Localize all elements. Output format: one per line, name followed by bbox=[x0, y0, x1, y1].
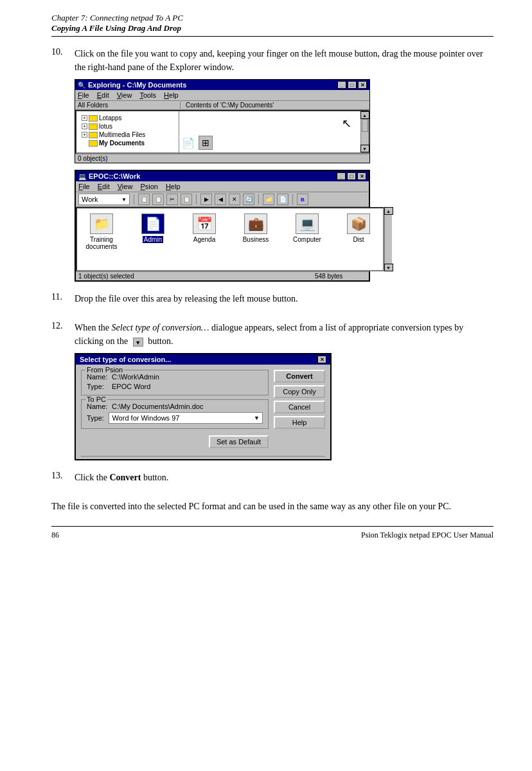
computer-label: Computer bbox=[293, 236, 321, 243]
menu-file[interactable]: File bbox=[78, 91, 89, 99]
multimedia-label: Multimedia Files bbox=[99, 131, 145, 138]
explorer-contents-label: Contents of 'C:\My Documents' bbox=[181, 102, 367, 109]
icon-agenda[interactable]: 📅 Agenda bbox=[185, 213, 224, 243]
explorer-scrollbar[interactable]: ▲ ▼ bbox=[360, 111, 368, 152]
epoc-menu-help[interactable]: Help bbox=[166, 183, 181, 190]
cancel-button[interactable]: Cancel bbox=[274, 401, 325, 413]
step-13-text-after: button. bbox=[141, 473, 168, 482]
dist-label: Dist bbox=[353, 236, 364, 243]
icon-training-docs[interactable]: 📁 Trainingdocuments bbox=[82, 213, 121, 250]
multimedia-folder-icon bbox=[89, 132, 98, 138]
dialog-divider bbox=[81, 456, 325, 457]
step-13-bold: Convert bbox=[109, 473, 141, 482]
icon-admin[interactable]: 📄 Admin bbox=[134, 213, 172, 243]
toolbar-btn-4[interactable]: 📋 bbox=[181, 194, 192, 205]
to-name-value: C:\My Documents\Admin.doc bbox=[112, 403, 203, 410]
close-button[interactable]: ✕ bbox=[358, 81, 367, 89]
epoc-menu-edit[interactable]: Edit bbox=[98, 183, 110, 190]
step-12-number: 12. bbox=[51, 321, 69, 460]
epoc-scroll-down[interactable]: ▼ bbox=[384, 264, 393, 271]
chapter-title: Chapter 7: Connecting netpad To A PC bbox=[51, 13, 493, 23]
toolbar-btn-10[interactable]: 📄 bbox=[277, 194, 288, 205]
icon-computer[interactable]: 💻 Computer bbox=[288, 213, 326, 243]
epoc-maximize-button[interactable]: □ bbox=[347, 172, 356, 180]
toolbar-btn-6[interactable]: ◀ bbox=[215, 194, 226, 205]
epoc-title-text: EPOC::C:\Work bbox=[89, 172, 140, 180]
menu-view[interactable]: View bbox=[117, 91, 132, 99]
page-header: Chapter 7: Connecting netpad To A PC Cop… bbox=[51, 13, 493, 37]
explorer-titlebar: 🔍 Exploring - C:\My Documents _ □ ✕ bbox=[75, 80, 369, 90]
set-default-button[interactable]: Set as Default bbox=[209, 435, 269, 448]
epoc-close-button[interactable]: ✕ bbox=[357, 172, 366, 180]
step-12: 12. When the Select type of conversion… … bbox=[51, 321, 493, 460]
epoc-scrollbar[interactable]: ▲ ▼ bbox=[384, 207, 392, 271]
mydocs-folder-icon bbox=[89, 140, 98, 147]
toolbar-btn-8[interactable]: 🔄 bbox=[243, 194, 254, 205]
from-type-field: Type: EPOC Word bbox=[87, 383, 263, 390]
copy-arrow-icon: ⊞ bbox=[199, 136, 213, 150]
folder-multimedia: + Multimedia Files bbox=[79, 131, 176, 139]
toolbar-btn-5[interactable]: ▶ bbox=[200, 194, 212, 205]
conversion-dialog: Select type of conversion... ✕ From Psio… bbox=[75, 353, 332, 460]
help-button[interactable]: Help bbox=[274, 416, 325, 429]
to-name-field: Name: C:\My Documents\Admin.doc bbox=[87, 403, 263, 410]
convert-button[interactable]: Convert bbox=[274, 370, 325, 383]
epoc-menu-file[interactable]: File bbox=[78, 183, 90, 190]
maximize-button[interactable]: □ bbox=[348, 81, 357, 89]
toolbar-btn-3[interactable]: ✂ bbox=[166, 194, 178, 205]
toolbar-btn-2[interactable]: 📋 bbox=[152, 194, 164, 205]
from-psion-label: From Psion bbox=[85, 366, 124, 374]
from-type-label: Type: bbox=[87, 383, 109, 390]
copy-only-button[interactable]: Copy Only bbox=[274, 385, 325, 398]
scroll-thumb[interactable] bbox=[362, 119, 368, 132]
menu-edit[interactable]: Edit bbox=[97, 91, 109, 99]
dropdown-arrow-inline-icon: ▼ bbox=[133, 338, 143, 347]
mydocs-label: My Documents bbox=[99, 140, 145, 147]
step-11-number: 11. bbox=[51, 292, 69, 311]
epoc-minimize-button[interactable]: _ bbox=[337, 172, 346, 180]
step-12-italic: Select type of conversion… bbox=[112, 323, 209, 332]
icon-business[interactable]: 💼 Business bbox=[236, 213, 275, 243]
lotapps-folder-icon bbox=[89, 115, 98, 122]
scroll-down-button[interactable]: ▼ bbox=[360, 145, 369, 152]
from-name-label: Name: bbox=[87, 373, 109, 381]
step-13-text: Click the Convert button. bbox=[75, 471, 493, 484]
lotapps-label: Lotapps bbox=[99, 114, 122, 122]
epoc-menu-view[interactable]: View bbox=[118, 183, 133, 190]
expand-multimedia-icon[interactable]: + bbox=[82, 132, 87, 138]
epoc-titlebar: 💻 EPOC::C:\Work _ □ ✕ bbox=[76, 171, 369, 181]
from-name-field: Name: C:\Work\Admin bbox=[87, 373, 263, 381]
business-label: Business bbox=[243, 236, 269, 243]
toolbar-btn-1[interactable]: 📋 bbox=[138, 194, 150, 205]
menu-help[interactable]: Help bbox=[164, 91, 179, 99]
epoc-statusbar: 1 object(s) selected 548 bytes bbox=[76, 271, 369, 280]
from-psion-group: From Psion Name: C:\Work\Admin Type: EPO… bbox=[81, 370, 269, 395]
icon-dist[interactable]: 📦 Dist bbox=[339, 213, 378, 243]
epoc-menu-psion[interactable]: Psion bbox=[140, 183, 158, 190]
dialog-titlebar: Select type of conversion... ✕ bbox=[76, 354, 330, 365]
explorer-window: 🔍 Exploring - C:\My Documents _ □ ✕ File… bbox=[75, 79, 370, 163]
epoc-window-container: 💻 EPOC::C:\Work _ □ ✕ File bbox=[75, 170, 370, 282]
computer-img: 💻 bbox=[296, 213, 319, 234]
expand-lotus-icon[interactable]: + bbox=[82, 123, 87, 129]
epoc-window: 💻 EPOC::C:\Work _ □ ✕ File bbox=[75, 170, 370, 282]
dialog-close-button[interactable]: ✕ bbox=[317, 356, 326, 363]
scroll-up-button[interactable]: ▲ bbox=[360, 111, 369, 119]
menu-tools[interactable]: Tools bbox=[139, 91, 156, 99]
step-10-text: Click on the file you want to copy and, … bbox=[75, 47, 493, 74]
copy-icon: 📄 bbox=[182, 137, 195, 149]
epoc-extra-btn[interactable]: B bbox=[297, 194, 308, 205]
explorer-body: + Lotapps + lotus + bbox=[75, 110, 369, 154]
explorer-menubar: File Edit View Tools Help bbox=[75, 90, 369, 101]
folder-lotus: + lotus bbox=[79, 122, 176, 131]
lotus-label: lotus bbox=[99, 123, 112, 130]
step-10-number: 10. bbox=[51, 47, 69, 282]
minimize-button[interactable]: _ bbox=[337, 81, 346, 89]
epoc-scroll-up[interactable]: ▲ bbox=[384, 207, 393, 215]
explorer-title-icon: 🔍 bbox=[78, 82, 85, 89]
epoc-location-dropdown[interactable]: Work ▼ bbox=[78, 194, 130, 205]
to-type-select[interactable]: Word for Windows 97 ▼ bbox=[109, 412, 263, 424]
expand-lotapps-icon[interactable]: + bbox=[82, 115, 87, 121]
toolbar-btn-7[interactable]: ✕ bbox=[229, 194, 240, 205]
toolbar-btn-9[interactable]: 📁 bbox=[263, 194, 274, 205]
